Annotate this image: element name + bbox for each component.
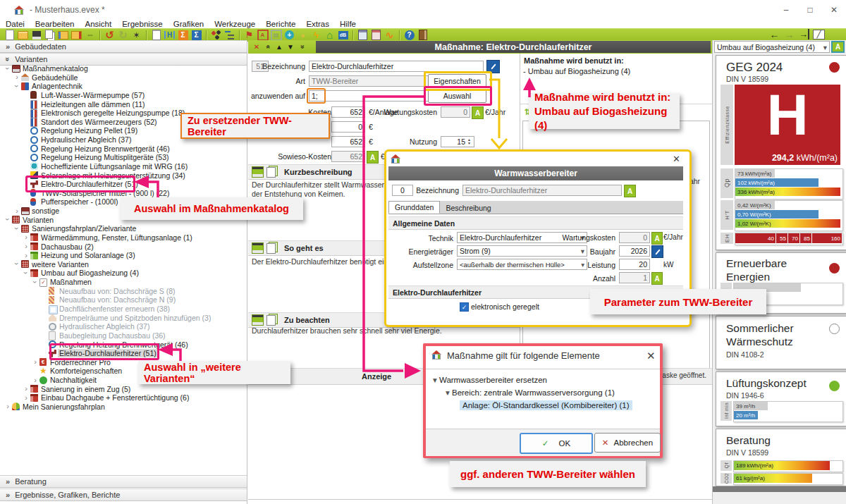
tree-item[interactable]: ›Einbau Dachgaube + Fensterertüchtigung … bbox=[0, 393, 245, 402]
auto-badge[interactable]: A bbox=[651, 272, 663, 285]
dialog-close-icon[interactable]: ✕ bbox=[646, 350, 656, 362]
merge-icon[interactable] bbox=[164, 30, 176, 41]
export-folder-icon[interactable] bbox=[70, 30, 82, 41]
tab-grunddaten[interactable]: Grunddaten bbox=[388, 201, 440, 214]
report-icon[interactable] bbox=[150, 30, 162, 41]
magic-wand-icon[interactable] bbox=[130, 30, 142, 41]
variant-dropdown[interactable]: Umbau auf Biogasheizung (4) ▾ bbox=[714, 41, 830, 53]
foerderung-input[interactable]: 0 bbox=[331, 121, 365, 133]
new-file-icon[interactable] bbox=[4, 30, 16, 41]
menu-ergebnisse[interactable]: Ergebnisse bbox=[122, 20, 163, 28]
calculator-red-icon[interactable] bbox=[370, 30, 382, 41]
tree-item[interactable]: ›Maßnahmenkatalog bbox=[0, 64, 245, 73]
chevron-expanded-icon[interactable]: › bbox=[22, 269, 30, 276]
sun-dot-icon[interactable] bbox=[297, 30, 309, 41]
tree-item[interactable]: ›Mein Sanierungsfahrplan bbox=[0, 402, 245, 411]
elektronisch-geregelt-checkbox[interactable]: ✓ bbox=[460, 302, 469, 312]
tree-item[interactable]: Neuaufbau von: Dachschräge N (9) bbox=[0, 295, 245, 305]
copy-icon[interactable] bbox=[266, 167, 276, 178]
tree-item[interactable]: Regelung Heizung Brennwertgerät (46) bbox=[0, 144, 245, 153]
panel-header-gebaeudedaten[interactable]: »Gebäudedaten bbox=[0, 40, 247, 53]
dialog-tree-item[interactable]: ▾ Bereich: zentrale Warmwasserversorgung… bbox=[446, 388, 615, 398]
menu-bearbeiten[interactable]: Bearbeiten bbox=[35, 20, 75, 28]
copy-icon[interactable] bbox=[44, 30, 56, 41]
menu-extras[interactable]: Extras bbox=[306, 20, 329, 28]
chevron-expanded-icon[interactable]: › bbox=[13, 82, 21, 90]
eco-house-icon[interactable] bbox=[324, 30, 336, 41]
b-box-icon[interactable] bbox=[270, 30, 282, 41]
tree-item[interactable]: ›Dachausbau (2) bbox=[0, 242, 245, 251]
copy-icon[interactable] bbox=[266, 315, 276, 326]
baujahr-input[interactable]: 2026 bbox=[619, 245, 650, 257]
beratung-card[interactable]: Beratung DIN V 18599 Qf 189 kWh/(m²a) CO… bbox=[716, 429, 846, 486]
close-button[interactable]: ✕ bbox=[822, 0, 846, 19]
save-icon[interactable] bbox=[252, 314, 264, 326]
menu-werkzeuge[interactable]: Werkzeuge bbox=[214, 20, 255, 28]
lueftung-card[interactable]: Lüftungskonzept DIN 1946-6 Inf min 39 m³… bbox=[716, 371, 846, 426]
dialog-tree-item[interactable]: ▾ Warmwasserbereiter ersetzen bbox=[433, 375, 547, 385]
calculator-blue-icon[interactable] bbox=[357, 30, 369, 41]
kosten-input[interactable]: 652 bbox=[331, 106, 365, 118]
dialog-close-icon[interactable]: ✕ bbox=[673, 154, 680, 164]
chevron-collapsed-icon[interactable]: › bbox=[23, 384, 30, 393]
menu-datei[interactable]: Datei bbox=[6, 20, 25, 28]
move-up-icon[interactable]: ▲ bbox=[274, 43, 285, 51]
auto-badge[interactable]: A bbox=[651, 232, 663, 245]
forward-end-icon[interactable] bbox=[798, 29, 810, 40]
chart-window-icon[interactable] bbox=[813, 29, 825, 40]
flag-icon[interactable] bbox=[243, 30, 255, 41]
globe-icon[interactable] bbox=[283, 30, 295, 41]
tree-item[interactable]: ›Heizung und Solaranlage (3) bbox=[0, 251, 245, 260]
back-icon[interactable] bbox=[768, 29, 780, 40]
tab-beschreibung[interactable]: Beschreibung bbox=[440, 202, 496, 214]
chevron-collapsed-icon[interactable]: › bbox=[13, 207, 20, 215]
auto-badge[interactable]: A bbox=[624, 185, 636, 197]
nutzung-spinner[interactable]: ▲▼ bbox=[467, 138, 471, 145]
maximize-button[interactable]: □ bbox=[798, 0, 822, 19]
move-down-icon[interactable]: ▼ bbox=[285, 43, 296, 51]
bezeichnung-input[interactable]: Elektro-Durchlauferhitzer bbox=[309, 61, 484, 72]
tree-item[interactable]: Heizleitungen alle dämmen (11) bbox=[0, 99, 245, 109]
sum-orange-icon[interactable] bbox=[177, 30, 189, 41]
dialog-tree-item-selected[interactable]: Anlage: Öl-Standardkessel (Kombibereiter… bbox=[460, 400, 632, 410]
lightning-icon[interactable] bbox=[310, 30, 322, 41]
tree-item[interactable]: ›Gebäudehülle bbox=[0, 73, 245, 82]
chevron-collapsed-icon[interactable]: › bbox=[32, 376, 39, 384]
tree-item[interactable]: ›Sanierung in einem Zug (5) bbox=[0, 384, 245, 393]
tree-item[interactable]: Hocheffiziente Lüftungsanlage mit WRG (1… bbox=[0, 161, 245, 171]
sum-blue-icon[interactable] bbox=[190, 30, 202, 41]
auto-badge[interactable]: A bbox=[367, 151, 379, 164]
used-in-item[interactable]: - Umbau auf Biogasheizung (4) bbox=[523, 67, 630, 75]
save-icon[interactable] bbox=[30, 30, 42, 41]
tree-item[interactable]: ›weitere Varianten bbox=[0, 259, 245, 269]
flowchart-icon[interactable] bbox=[210, 30, 222, 41]
ellipsis-icon[interactable] bbox=[84, 30, 96, 41]
exit-icon[interactable] bbox=[417, 30, 429, 41]
chevron-collapsed-icon[interactable]: › bbox=[23, 233, 30, 241]
chevron-expanded-icon[interactable]: › bbox=[13, 260, 21, 267]
chevron-collapsed-icon[interactable]: › bbox=[13, 73, 20, 81]
tree-item[interactable]: Drempelräume und Spitzboden hinzufügen (… bbox=[0, 313, 245, 322]
leistung-input[interactable]: 20 bbox=[619, 259, 650, 270]
menu-grafiken[interactable]: Grafiken bbox=[173, 20, 204, 28]
panel-header-beratung[interactable]: »Beratung bbox=[0, 475, 247, 488]
forward-icon[interactable] bbox=[783, 29, 795, 40]
tree-item[interactable]: ›Wärmedämmung, Fenster, Lüftungsanlage (… bbox=[0, 233, 245, 242]
tree-item[interactable]: Neuaufbau von: Dachschräge S (8) bbox=[0, 286, 245, 295]
move-top-icon[interactable]: « bbox=[264, 42, 272, 53]
auto-badge[interactable]: A bbox=[831, 41, 845, 53]
delete-measure-icon[interactable]: ✕ bbox=[251, 43, 262, 51]
chevron-expanded-icon[interactable]: › bbox=[31, 278, 39, 285]
save-icon[interactable] bbox=[252, 242, 264, 254]
database-icon[interactable] bbox=[337, 30, 349, 41]
tree-item[interactable]: ›Anlagentechnik bbox=[0, 82, 245, 91]
menu-hilfe[interactable]: Hilfe bbox=[340, 20, 356, 28]
ok-button[interactable]: ✓OK bbox=[520, 433, 593, 454]
edit-pencil-button[interactable] bbox=[651, 245, 663, 258]
help-icon[interactable] bbox=[403, 30, 415, 41]
curve-icon[interactable] bbox=[384, 30, 396, 41]
chevron-expanded-icon[interactable]: › bbox=[4, 65, 12, 72]
chevron-collapsed-icon[interactable]: › bbox=[23, 251, 30, 259]
menu-berichte[interactable]: Berichte bbox=[266, 20, 295, 28]
tree-item[interactable]: Hydraulischer Abgleich (37) bbox=[0, 322, 245, 331]
